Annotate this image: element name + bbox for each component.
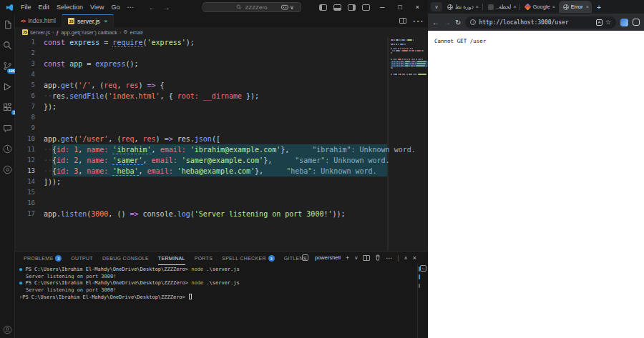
terminal-line: ● PS C:\Users\Ibrahim El-Mahdy\OneDrive\… bbox=[19, 267, 428, 274]
search-icon bbox=[236, 4, 242, 10]
menu-edit[interactable]: Edit bbox=[35, 2, 54, 12]
menu-selection[interactable]: Selection bbox=[53, 2, 87, 12]
tab-close-icon[interactable]: × bbox=[104, 18, 108, 24]
tab-close-icon[interactable]: × bbox=[552, 4, 555, 9]
account-icon[interactable] bbox=[1, 324, 13, 335]
close-button[interactable]: × bbox=[412, 4, 423, 11]
profile-icon[interactable] bbox=[633, 19, 640, 26]
command-decoration bbox=[419, 267, 420, 272]
panel-tab-spell-checker[interactable]: SPELL CHECKER3 bbox=[222, 252, 275, 264]
minimize-button[interactable]: ─ bbox=[376, 4, 388, 11]
terminal-dropdown-icon[interactable]: ∨ bbox=[354, 255, 358, 261]
vscode-window: FileEditSelectionViewGo⋯ ← → ZZZZero ∨ ─… bbox=[0, 0, 428, 338]
browser-tab-1[interactable]: دورة تط × bbox=[443, 1, 482, 12]
toggle-secondary-sidebar-icon[interactable] bbox=[348, 4, 356, 11]
browser-tab-3[interactable]: Google × bbox=[521, 1, 557, 12]
close-panel-icon[interactable]: × bbox=[413, 254, 416, 262]
panel-header: PROBLEMS3OUTPUTDEBUG CONSOLETERMINALPORT… bbox=[15, 252, 428, 264]
source-control-icon[interactable]: 10K bbox=[1, 60, 13, 71]
tab-search-chevron-icon[interactable]: ∨ bbox=[431, 2, 442, 11]
maximize-panel-icon[interactable]: ∧ bbox=[404, 255, 408, 261]
panel-tab-ports[interactable]: PORTS bbox=[195, 252, 213, 264]
browser-tab-error[interactable]: Error × bbox=[559, 1, 592, 13]
breadcrumb-symbol-callback[interactable]: ƒ app.get('/user') callback bbox=[56, 29, 117, 36]
tab-server-js[interactable]: JS server.js × bbox=[62, 14, 114, 27]
extension-circle-icon[interactable] bbox=[1, 164, 13, 175]
screen: FileEditSelectionViewGo⋯ ← → ZZZZero ∨ ─… bbox=[0, 0, 644, 338]
copilot-icon[interactable]: ∨ bbox=[281, 4, 294, 11]
tab-close-icon[interactable]: × bbox=[586, 4, 589, 9]
live-share-icon[interactable] bbox=[1, 143, 13, 154]
code-line: 15 bbox=[15, 187, 428, 198]
browser-tab-2[interactable]: لحظة.. × bbox=[484, 1, 519, 12]
translate-icon[interactable]: A bbox=[596, 19, 602, 26]
extensions-icon[interactable]: 1 bbox=[1, 101, 13, 113]
code-line: 11··{id: 1, name: 'ibrahim', email: 'ibr… bbox=[15, 144, 428, 155]
breadcrumb-file[interactable]: JS server.js bbox=[22, 29, 50, 36]
run-debug-icon[interactable] bbox=[1, 81, 13, 92]
panel-tab-output[interactable]: OUTPUT bbox=[71, 252, 93, 264]
vscode-titlebar: FileEditSelectionViewGo⋯ ← → ZZZZero ∨ ─… bbox=[0, 0, 428, 14]
error-message: Cannot GET /user bbox=[434, 38, 644, 44]
terminal-line: Server listening on port 3000! bbox=[19, 287, 428, 294]
command-decoration bbox=[419, 274, 420, 279]
extension-icon[interactable] bbox=[620, 19, 628, 26]
breadcrumb: JS server.js › ƒ app.get('/user') callba… bbox=[15, 27, 428, 37]
new-tab-icon[interactable]: + bbox=[592, 3, 605, 11]
nav-forward-icon[interactable]: → bbox=[162, 4, 170, 11]
menu-view[interactable]: View bbox=[87, 2, 107, 12]
site-info-icon[interactable]: i bbox=[470, 19, 476, 25]
property-symbol-icon: ⚙ bbox=[123, 29, 127, 35]
code-line: 5app.get('/', (req, res) => { bbox=[15, 80, 428, 91]
js-file-icon: JS bbox=[68, 18, 74, 24]
tab-index-html[interactable]: <> index.html bbox=[15, 14, 62, 27]
code-editor[interactable]: 1const express = require('express');23co… bbox=[15, 37, 428, 251]
panel-tab-terminal[interactable]: TERMINAL bbox=[158, 253, 185, 265]
customize-layout-icon[interactable] bbox=[362, 4, 370, 11]
tab-close-icon[interactable]: × bbox=[476, 4, 479, 9]
panel-tab-debug-console[interactable]: DEBUG CONSOLE bbox=[102, 252, 149, 264]
toggle-sidebar-icon[interactable] bbox=[319, 4, 327, 11]
bookmark-star-icon[interactable]: ☆ bbox=[605, 19, 611, 26]
panel-tab-problems[interactable]: PROBLEMS3 bbox=[24, 252, 62, 264]
code-line: 7}); bbox=[15, 101, 428, 112]
command-decoration bbox=[419, 284, 420, 288]
panel-more-icon[interactable]: ⋯ bbox=[386, 254, 392, 262]
back-icon[interactable]: ← bbox=[432, 19, 439, 26]
terminal-name[interactable]: powershell bbox=[315, 254, 341, 261]
menu-file[interactable]: File bbox=[17, 2, 35, 12]
reload-icon[interactable]: ↻ bbox=[455, 19, 461, 26]
terminal-list-sidebar[interactable]: >_ bbox=[417, 264, 428, 338]
menu-go[interactable]: Go bbox=[107, 2, 123, 12]
activity-bar: 10K 1 bbox=[0, 14, 15, 338]
code-line: 1const express = require('express'); bbox=[15, 37, 428, 48]
chat-icon[interactable] bbox=[1, 122, 13, 134]
globe-icon bbox=[447, 4, 453, 10]
inline-annotation: "heba": Unknown word. bbox=[286, 167, 376, 175]
menu-more[interactable]: ⋯ bbox=[123, 2, 137, 12]
code-line: 2 bbox=[15, 48, 428, 59]
editor-more-actions-icon[interactable]: ⋯ bbox=[412, 14, 424, 28]
tab-close-icon[interactable]: × bbox=[513, 4, 516, 9]
code-line: 17app.listen(3000, () => console.log('Se… bbox=[15, 209, 428, 219]
inline-annotation: "samer": Unknown word. bbox=[295, 156, 389, 164]
site-favicon bbox=[488, 4, 494, 10]
search-sidebar-icon[interactable] bbox=[1, 39, 13, 51]
editor-tab-bar: <> index.html JS server.js × ⋯ bbox=[15, 14, 428, 27]
nav-back-icon[interactable]: ← bbox=[148, 4, 155, 11]
breadcrumb-symbol-email[interactable]: ⚙ email bbox=[123, 29, 142, 36]
kill-terminal-icon[interactable] bbox=[375, 254, 381, 261]
split-editor-icon[interactable] bbox=[399, 18, 406, 24]
address-bar[interactable]: i http://localhost:3000/user A ☆ bbox=[465, 16, 616, 29]
maximize-button[interactable]: □ bbox=[394, 4, 405, 11]
code-line: 8 bbox=[15, 112, 428, 123]
split-terminal-icon[interactable] bbox=[363, 255, 370, 261]
google-favicon bbox=[525, 4, 532, 11]
explorer-icon[interactable] bbox=[1, 19, 13, 30]
toggle-panel-icon[interactable] bbox=[333, 4, 341, 11]
terminal[interactable]: ● PS C:\Users\Ibrahim El-Mahdy\OneDrive\… bbox=[15, 264, 428, 302]
forward-icon[interactable]: → bbox=[444, 19, 451, 26]
new-terminal-icon[interactable]: + bbox=[346, 254, 349, 262]
powershell-icon: >_ bbox=[302, 254, 308, 261]
terminal-line: Server listening on port 3000! bbox=[19, 274, 428, 281]
